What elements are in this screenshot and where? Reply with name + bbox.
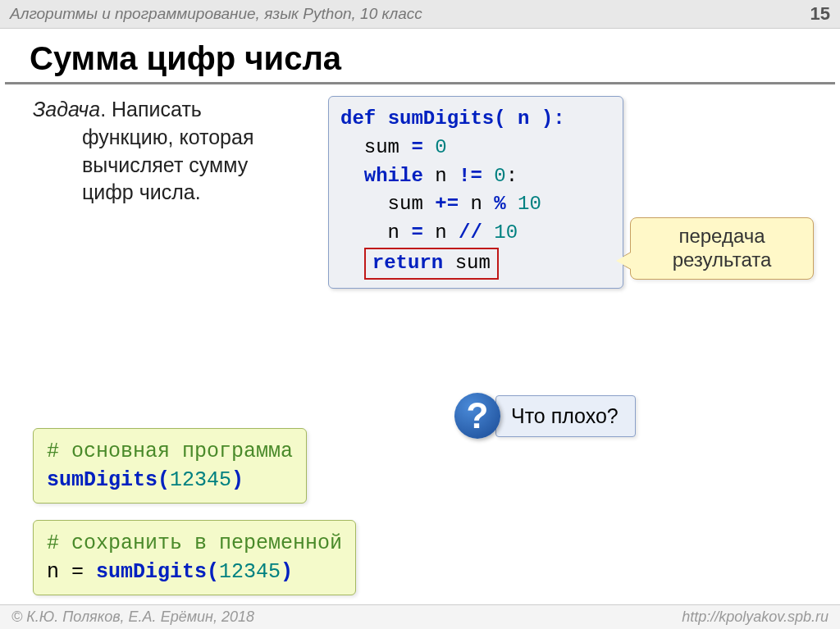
footer-url: http://kpolyakov.spb.ru <box>682 608 829 626</box>
slide-title: Сумма цифр числа <box>5 29 835 84</box>
footer-bar: © К.Ю. Поляков, Е.А. Ерёмин, 2018 http:/… <box>0 604 840 629</box>
callout-result: передача результата <box>630 217 814 280</box>
code-line-2: sum = 0 <box>340 134 611 162</box>
task-label: Задача <box>33 98 100 121</box>
comment-2: # сохранить в переменной <box>47 529 342 558</box>
question-callout: ? Что плохо? <box>454 393 636 439</box>
code-call-2: n = sumDigits(12345) <box>47 558 342 586</box>
question-text: Что плохо? <box>495 395 636 437</box>
return-highlight: return sum <box>364 248 499 280</box>
page-number: 15 <box>810 3 830 25</box>
question-mark-icon: ? <box>454 393 500 439</box>
code-line-5: n = n // 10 <box>340 219 611 248</box>
header-subject: Алгоритмы и программирование, язык Pytho… <box>10 5 422 23</box>
footer-copyright: © К.Ю. Поляков, Е.А. Ерёмин, 2018 <box>11 608 254 626</box>
code-call-1: sumDigits(12345) <box>47 466 293 495</box>
header-bar: Алгоритмы и программирование, язык Pytho… <box>0 0 840 29</box>
code-line-6: return sum <box>340 248 611 280</box>
example-boxes: # основная программа sumDigits(12345) # … <box>25 428 815 629</box>
example-box-2: # сохранить в переменной n = sumDigits(1… <box>33 520 356 595</box>
comment-1: # основная программа <box>47 437 293 466</box>
code-line-3: while n != 0: <box>340 162 611 191</box>
content-area: Задача. Написать функцию, которая вычисл… <box>0 96 840 629</box>
code-line-1: def sumDigits( n ): <box>340 105 611 134</box>
code-line-4: sum += n % 10 <box>340 190 611 219</box>
code-function-def: def sumDigits( n ): sum = 0 while n != 0… <box>328 96 623 289</box>
example-box-1: # основная программа sumDigits(12345) <box>33 428 307 504</box>
task-text: Задача. Написать функцию, которая вычисл… <box>25 96 304 207</box>
